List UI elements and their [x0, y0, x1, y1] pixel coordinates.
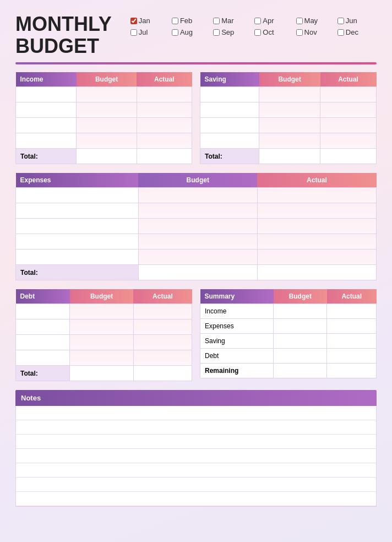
checkbox-aug[interactable]	[172, 29, 178, 36]
debt-col-debt: Debt	[16, 289, 70, 304]
table-row	[16, 133, 192, 149]
expenses-col-budget: Budget	[138, 173, 257, 188]
saving-total-row: Total:	[200, 149, 377, 164]
notes-header: Notes	[15, 390, 377, 406]
saving-table-block: Saving Budget Actual Total:	[200, 72, 377, 164]
checkbox-mar[interactable]	[213, 18, 220, 24]
month-mar[interactable]: Mar	[211, 15, 252, 26]
notes-line[interactable]	[16, 420, 376, 435]
table-row	[16, 350, 192, 366]
table-row	[16, 203, 377, 219]
summary-debt-row: Debt	[200, 349, 377, 364]
expenses-total-row: Total:	[16, 265, 377, 280]
expenses-col-actual: Actual	[257, 173, 376, 188]
notes-line[interactable]	[16, 463, 376, 478]
table-row	[16, 234, 377, 250]
checkbox-apr[interactable]	[254, 18, 261, 24]
month-aug[interactable]: Aug	[170, 27, 211, 37]
income-table: Income Budget Actual Total:	[15, 72, 192, 164]
notes-line[interactable]	[16, 449, 376, 463]
notes-line[interactable]	[16, 478, 376, 492]
summary-income-label: Income	[200, 304, 274, 319]
table-row	[16, 335, 192, 350]
table-row	[16, 304, 192, 319]
checkbox-feb[interactable]	[172, 18, 178, 24]
debt-summary-section: Debt Budget Actual Total:	[15, 289, 377, 381]
summary-expenses-row: Expenses	[200, 319, 377, 334]
checkbox-may[interactable]	[296, 18, 303, 24]
expenses-section: Expenses Budget Actual Total:	[15, 173, 377, 280]
month-nov[interactable]: Nov	[294, 27, 335, 37]
month-dec[interactable]: Dec	[335, 27, 377, 37]
income-saving-section: Income Budget Actual Total:	[15, 72, 377, 164]
debt-total-row: Total:	[16, 366, 192, 381]
checkbox-nov[interactable]	[296, 29, 303, 36]
accent-bar	[15, 62, 377, 64]
summary-expenses-label: Expenses	[200, 319, 274, 334]
table-row	[200, 133, 377, 149]
page-title: MONTHLY BUDGET	[15, 13, 112, 57]
income-total-row: Total:	[16, 149, 192, 164]
debt-table-block: Debt Budget Actual Total:	[15, 289, 192, 381]
summary-col-summary: Summary	[200, 289, 274, 304]
table-row	[200, 118, 377, 133]
table-row	[16, 102, 192, 118]
month-jul[interactable]: Jul	[128, 27, 170, 37]
summary-debt-label: Debt	[200, 349, 274, 364]
table-row	[16, 118, 192, 133]
checkbox-sep[interactable]	[213, 29, 220, 36]
summary-table-block: Summary Budget Actual Income Expenses	[200, 289, 377, 381]
table-row	[16, 250, 377, 265]
table-row	[200, 102, 377, 118]
saving-col-saving: Saving	[200, 72, 259, 87]
notes-line[interactable]	[16, 406, 376, 420]
month-jan[interactable]: Jan	[128, 15, 170, 26]
checkbox-oct[interactable]	[254, 29, 261, 36]
month-checkboxes: Jan Feb Mar Apr May Jun Jul Aug Sep Oct	[128, 15, 377, 37]
header: MONTHLY BUDGET Jan Feb Mar Apr May Jun J…	[15, 13, 377, 57]
saving-table: Saving Budget Actual Total:	[200, 72, 377, 164]
month-sep[interactable]: Sep	[211, 27, 252, 37]
expenses-col-expenses: Expenses	[16, 173, 139, 188]
table-row	[16, 87, 192, 102]
summary-remaining-row: Remaining	[200, 364, 377, 378]
income-col-budget: Budget	[77, 72, 137, 87]
notes-lines	[15, 406, 377, 507]
summary-remaining-label: Remaining	[200, 364, 274, 378]
notes-line[interactable]	[16, 435, 376, 449]
checkbox-dec[interactable]	[337, 29, 344, 36]
summary-table: Summary Budget Actual Income Expenses	[200, 289, 377, 378]
month-may[interactable]: May	[294, 15, 335, 26]
income-col-actual: Actual	[137, 72, 192, 87]
debt-table: Debt Budget Actual Total:	[15, 289, 192, 381]
month-apr[interactable]: Apr	[252, 15, 293, 26]
notes-line[interactable]	[16, 492, 376, 506]
debt-col-budget: Budget	[70, 289, 134, 304]
income-table-block: Income Budget Actual Total:	[15, 72, 192, 164]
summary-col-actual: Actual	[327, 289, 377, 304]
summary-income-row: Income	[200, 304, 377, 319]
month-feb[interactable]: Feb	[170, 15, 211, 26]
expenses-table: Expenses Budget Actual Total:	[15, 173, 377, 280]
summary-saving-label: Saving	[200, 334, 274, 349]
table-row	[200, 87, 377, 102]
saving-col-budget: Budget	[259, 72, 320, 87]
month-oct[interactable]: Oct	[252, 27, 293, 37]
income-col-income: Income	[16, 72, 77, 87]
summary-saving-row: Saving	[200, 334, 377, 349]
table-row	[16, 319, 192, 335]
checkbox-jan[interactable]	[130, 18, 137, 24]
notes-section: Notes	[15, 390, 377, 507]
table-row	[16, 188, 377, 203]
saving-col-actual: Actual	[320, 72, 377, 87]
month-jun[interactable]: Jun	[335, 15, 377, 26]
debt-col-actual: Actual	[133, 289, 192, 304]
summary-col-budget: Budget	[274, 289, 327, 304]
table-row	[16, 219, 377, 234]
checkbox-jul[interactable]	[130, 29, 137, 36]
checkbox-jun[interactable]	[337, 18, 344, 24]
